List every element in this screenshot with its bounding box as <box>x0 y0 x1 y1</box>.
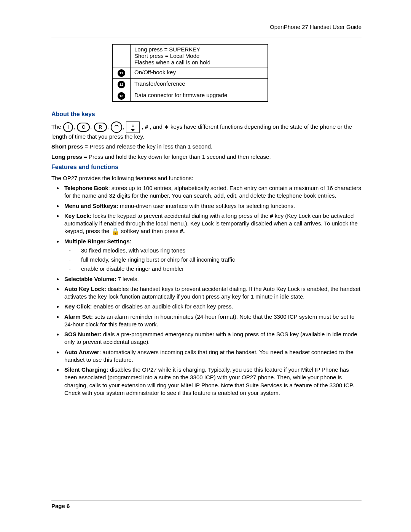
table-row: 12 Transfer/conference <box>113 79 268 90</box>
text-fragment: softkey and then press <box>119 228 180 234</box>
text-fragment: : automatically answers incoming calls t… <box>64 349 354 363</box>
sublist-item: 30 fixed melodies, with various ring ton… <box>75 247 362 254</box>
list-item: Auto Key Lock: disables the handset keys… <box>63 285 362 301</box>
text-fragment: : stores up to 100 entries, alphabetical… <box>64 185 361 199</box>
hook-key-icon: ⏜ <box>111 121 122 133</box>
key-table: Long press = SUPERKEY Short press = Loca… <box>112 44 268 102</box>
feature-label: Selectable Volume: <box>64 276 116 282</box>
lock-icon: 🔒 <box>111 228 119 235</box>
features-intro: The OP27 provides the following features… <box>51 174 362 182</box>
table-icon-cell: 13 <box>113 90 131 102</box>
feature-label: Multiple Ringer Settings <box>64 238 130 244</box>
circled-number-icon: 11 <box>118 69 125 77</box>
table-icon-cell: 11 <box>113 67 131 79</box>
page-footer: Page 6 <box>51 500 362 509</box>
hash-key: # <box>270 212 273 219</box>
short-press-label: Short press <box>51 143 83 150</box>
table-icon-cell: 12 <box>113 79 131 90</box>
feature-label: Auto Answer <box>64 349 99 355</box>
table-row: Long press = SUPERKEY Short press = Loca… <box>113 45 268 67</box>
table-icon-cell <box>113 45 131 67</box>
hash-key: #. <box>180 228 185 234</box>
list-item: Auto Answer: automatically answers incom… <box>63 348 362 364</box>
r-key-icon: R <box>94 123 107 132</box>
table-text-cell: Transfer/conference <box>131 79 268 90</box>
ringer-sublist: 30 fixed melodies, with various ring ton… <box>75 247 362 273</box>
text-fragment: The <box>51 123 63 130</box>
info-key-icon: i <box>63 122 73 132</box>
list-item: Multiple Ringer Settings: 30 fixed melod… <box>63 238 362 273</box>
text-fragment: 7 levels. <box>116 276 139 282</box>
sublist-item: full melody, single ringing burst or chi… <box>75 256 362 264</box>
text-fragment: dials a pre-programmed emergency number … <box>64 331 357 345</box>
list-item: Alarm Set: sets an alarm reminder in hou… <box>63 313 362 329</box>
page: OpenPhone 27 Handset User Guide Long pre… <box>0 0 411 532</box>
feature-label: Alarm Set: <box>64 313 93 320</box>
about-keys-paragraph: The i, C, R, ⏜, ⌂ , # , and ∗ keys have … <box>51 121 362 141</box>
text-fragment: enables or disables an audible click for… <box>92 303 233 310</box>
list-item: Key Click: enables or disables an audibl… <box>63 303 362 310</box>
long-press-definition: Long press = Press and hold the key down… <box>51 153 362 161</box>
list-item: SOS Number: dials a pre-programmed emerg… <box>63 331 362 346</box>
features-list: Telephone Book: stores up to 100 entries… <box>63 184 362 397</box>
text-fragment: sets an alarm reminder in hour:minutes (… <box>64 313 355 328</box>
text-fragment: = Press and hold the key down for longer… <box>82 153 271 160</box>
text-fragment: locks the keypad to prevent accidental d… <box>92 212 270 219</box>
text-fragment: disables the handset keys to prevent acc… <box>64 286 360 300</box>
dropdown-key-icon: ⌂ <box>126 121 140 133</box>
footer-rule <box>51 500 362 500</box>
sublist-item: enable or disable the ringer and tremble… <box>75 265 362 273</box>
header-title: OpenPhone 27 Handset User Guide <box>51 24 362 30</box>
page-number: Page 6 <box>51 503 362 509</box>
short-press-definition: Short press = Press and release the key … <box>51 143 362 150</box>
feature-label: Menu and Softkeys: <box>64 203 118 209</box>
table-row: 11 On/Off-hook key <box>113 67 268 79</box>
table-row: 13 Data connector for firmware upgrade <box>113 90 268 102</box>
section-heading-features: Features and functions <box>51 164 362 171</box>
table-line: Long press = SUPERKEY <box>134 46 264 53</box>
list-item: Key Lock: locks the keypad to prevent ac… <box>63 212 362 235</box>
list-item: Telephone Book: stores up to 100 entries… <box>63 184 362 200</box>
list-item: Selectable Volume: 7 levels. <box>63 275 362 283</box>
feature-label: SOS Number: <box>64 331 102 337</box>
table-text-cell: On/Off-hook key <box>131 67 268 79</box>
table-line: Short press = Local Mode <box>134 53 264 59</box>
feature-label: Silent Charging: <box>64 366 108 373</box>
table-text-cell: Data connector for firmware upgrade <box>131 90 268 102</box>
feature-label: Auto Key Lock: <box>64 286 106 292</box>
feature-label: Key Lock: <box>64 212 92 219</box>
text-fragment: : <box>130 238 131 244</box>
text-fragment: = Press and release the key in less than… <box>83 143 212 150</box>
section-heading-about-keys: About the keys <box>51 111 362 118</box>
circled-number-icon: 13 <box>118 92 125 100</box>
circled-number-icon: 12 <box>118 81 125 88</box>
list-item: Menu and Softkeys: menu-driven user inte… <box>63 202 362 210</box>
table-line: Flashes when a call is on hold <box>134 59 264 66</box>
text-fragment: menu-driven user interface with three so… <box>118 203 295 209</box>
table-text-cell: Long press = SUPERKEY Short press = Loca… <box>131 45 268 67</box>
feature-label: Telephone Book <box>64 185 108 191</box>
long-press-label: Long press <box>51 153 82 160</box>
feature-label: Key Click: <box>64 303 92 310</box>
header-rule <box>51 37 362 37</box>
list-item: Silent Charging: disables the OP27 while… <box>63 366 362 397</box>
c-key-icon: C <box>77 123 90 132</box>
